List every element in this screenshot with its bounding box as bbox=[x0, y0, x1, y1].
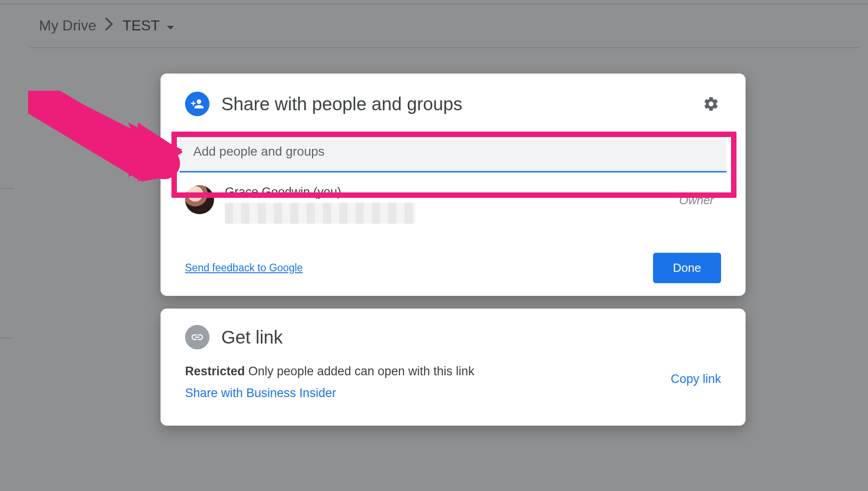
settings-button[interactable] bbox=[701, 94, 721, 114]
gear-icon bbox=[703, 96, 719, 112]
get-link-dialog: Get link Restricted Only people added ca… bbox=[161, 309, 746, 426]
link-restriction-text: Restricted Only people added can open wi… bbox=[185, 362, 474, 403]
done-button[interactable]: Done bbox=[653, 253, 721, 283]
share-dialog-title: Share with people and groups bbox=[221, 94, 689, 114]
link-icon bbox=[185, 325, 210, 349]
add-people-field-wrap[interactable] bbox=[180, 132, 727, 172]
person-add-icon bbox=[185, 92, 210, 116]
add-people-input[interactable] bbox=[193, 144, 713, 159]
copy-link-button[interactable]: Copy link bbox=[671, 362, 721, 386]
avatar bbox=[185, 185, 214, 214]
send-feedback-link[interactable]: Send feedback to Google bbox=[185, 262, 303, 274]
share-dialog: Share with people and groups Grace Goodw… bbox=[161, 74, 746, 296]
owner-email-redacted bbox=[225, 203, 415, 224]
share-with-org-link[interactable]: Share with Business Insider bbox=[185, 384, 474, 403]
get-link-title: Get link bbox=[221, 327, 721, 348]
owner-role: Owner bbox=[679, 185, 714, 207]
owner-row: Grace Goodwin (you) Owner bbox=[161, 172, 746, 224]
owner-name: Grace Goodwin (you) bbox=[225, 185, 668, 199]
